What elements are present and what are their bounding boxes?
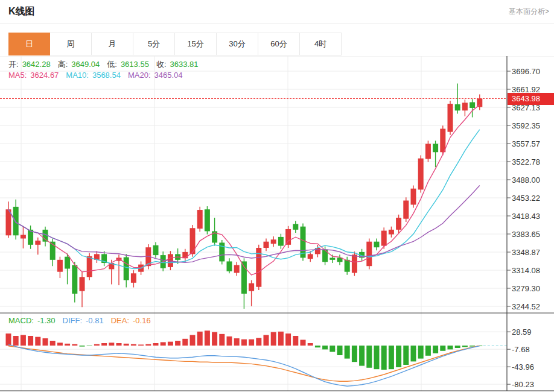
candle-body [418,159,424,190]
candle-body [381,231,387,246]
candle-body [153,245,159,255]
ohlc-legend: 开:3642.28高:3649.04低:3613.55收:3633.81 [8,59,206,70]
macd-bar [293,336,298,346]
macd-bar [138,344,144,346]
macd-bar [433,346,438,353]
macd-bar [124,344,129,346]
tab-month[interactable]: 月 [92,33,133,55]
macd-bar [425,346,431,356]
candle-body [234,265,240,273]
ma-ma5-readout: MA5:3624.67 [8,71,62,80]
tab-5min[interactable]: 5分 [133,33,175,55]
y-axis-label: 3244.52 [512,302,540,311]
tab-week[interactable]: 周 [50,33,92,55]
candle-body [197,210,203,229]
macd-bar [352,346,357,362]
y-axis-label: 3279.30 [512,284,540,293]
candle-body [124,258,129,280]
candle-body [425,144,431,159]
candle-body [227,261,232,271]
tab-4hour[interactable]: 4时 [300,33,342,55]
macd-bar [308,343,313,346]
tab-60min[interactable]: 60分 [258,33,300,55]
candle-body [366,242,372,267]
macd-bar [72,344,77,346]
macd-bar [80,346,85,347]
candle-body [293,224,298,229]
line-ma10 [8,130,480,269]
y-axis-label: -43.96 [512,362,534,371]
macd-dea-readout: DEA:-0.16 [111,316,154,325]
macd-bar [145,344,151,346]
macd-bar [205,330,210,346]
macd-bar [57,343,63,346]
tab-30min[interactable]: 30分 [217,33,258,55]
y-axis-label: 3696.70 [512,67,540,76]
macd-bar [168,342,173,346]
candle-body [455,104,460,110]
macd-bar [175,341,180,346]
macd-bar [241,340,247,346]
candle-body [249,283,254,291]
candle-body [470,102,475,107]
macd-bar [161,342,166,346]
candle-body [440,128,445,152]
macd-bar [285,334,291,346]
ohlc-high-readout: 高:3649.04 [58,60,104,69]
candle-body [35,241,40,245]
candle-body [345,260,350,272]
kline-chart[interactable]: 3696.703661.923627.133592.353557.573522.… [0,56,554,392]
macd-diff-readout: DIFF:-0.81 [63,316,107,325]
y-axis-label: -80.23 [512,380,534,389]
macd-bar [345,346,350,359]
ma-ma10-readout: MA10:3568.54 [66,71,124,80]
macd-bar [43,338,48,346]
page-header: K线图 基本面分析> [0,0,554,24]
macd-bar [65,344,70,346]
candle-body [131,273,136,283]
tab-15min[interactable]: 15分 [175,33,217,55]
ohlc-low-readout: 低:3613.55 [107,60,153,69]
macd-bar [315,346,320,347]
y-axis-label: 3488.00 [512,175,540,185]
macd-bar [219,334,224,346]
candle-body [13,207,19,235]
candle-body [477,98,482,107]
macd-bar [50,341,56,346]
macd-legend: MACD:-1.30DIFF:-0.81DEA:-0.16 [8,316,158,325]
macd-bar [28,336,33,346]
macd-bar [6,334,11,346]
macd-bar [278,332,284,346]
macd-bar [94,344,100,346]
candle-body [65,257,70,269]
candle-body [80,277,85,291]
candle-body [57,260,63,272]
y-axis-label: 3453.22 [512,194,540,203]
fundamental-analysis-link[interactable]: 基本面分析> [509,7,549,17]
candle-body [411,189,416,205]
macd-bar [301,340,306,346]
macd-bar [448,346,453,349]
macd-bar [153,343,159,346]
candle-body [374,242,380,247]
macd-bar [322,346,328,349]
macd-bar [337,346,343,355]
macd-bar [418,346,424,359]
tab-day[interactable]: 日 [8,33,50,55]
y-axis-label: 3557.57 [512,139,540,148]
macd-bar [234,338,240,346]
macd-bar [249,340,254,346]
candle-body [285,229,291,245]
candle-body [21,235,26,238]
candle-body [433,144,438,153]
macd-bar [396,346,401,367]
macd-bar [455,346,460,348]
y-axis-label: 28.59 [512,327,532,337]
macd-bar [381,346,387,370]
macd-bar [462,346,468,347]
macd-bar [330,346,335,352]
macd-macd-readout: MACD:-1.30 [8,316,59,325]
line-ma20 [8,186,480,263]
macd-bar [470,346,475,347]
y-axis-label: 3418.43 [512,212,540,221]
